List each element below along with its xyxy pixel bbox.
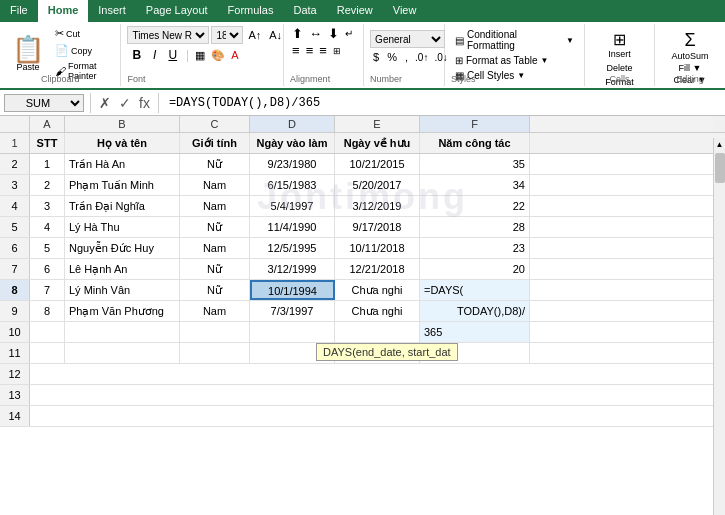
cell-b[interactable]: Lê Hạnh An (65, 259, 180, 279)
cell-a[interactable]: 7 (30, 280, 65, 300)
scroll-up-button[interactable]: ▲ (714, 138, 725, 151)
confirm-formula-icon[interactable]: ✓ (117, 95, 133, 111)
cell-d[interactable]: 11/4/1990 (250, 217, 335, 237)
cell[interactable]: STT (30, 133, 65, 153)
cell-e[interactable]: Chưa nghi (335, 280, 420, 300)
conditional-formatting-button[interactable]: ▤ Conditional Formatting ▼ (451, 28, 578, 52)
align-top-button[interactable]: ⬆ (290, 26, 305, 41)
cell-e[interactable] (335, 322, 420, 342)
cell-e[interactable]: 10/11/2018 (335, 238, 420, 258)
cell-a[interactable]: 5 (30, 238, 65, 258)
cell-f[interactable]: 20 (420, 259, 530, 279)
format-as-table-button[interactable]: ⊞ Format as Table ▼ (451, 54, 578, 67)
cell-d[interactable]: 6/15/1983 (250, 175, 335, 195)
copy-button[interactable]: 📄 Copy (52, 43, 112, 58)
insert-button[interactable]: ⊞ Insert (608, 30, 631, 59)
cell-c[interactable]: Nữ (180, 217, 250, 237)
cell-c[interactable]: Nữ (180, 259, 250, 279)
font-name-select[interactable]: Times New R (127, 26, 209, 44)
col-header-f[interactable]: F (420, 116, 530, 132)
tab-view[interactable]: View (383, 0, 427, 22)
tab-review[interactable]: Review (327, 0, 383, 22)
cell-c[interactable] (180, 343, 250, 363)
col-header-d[interactable]: D (250, 116, 335, 132)
merge-center-button[interactable]: ⊞ (331, 46, 343, 56)
cell-b[interactable]: Trần Hà An (65, 154, 180, 174)
align-center-button[interactable]: ≡ (304, 43, 316, 58)
cell-b[interactable] (65, 322, 180, 342)
cell-d[interactable]: 5/4/1997 (250, 196, 335, 216)
align-bottom-button[interactable]: ⬇ (326, 26, 341, 41)
cell-a[interactable]: 8 (30, 301, 65, 321)
cell-e[interactable]: Chưa nghi (335, 301, 420, 321)
cell-a[interactable]: 1 (30, 154, 65, 174)
cell-d[interactable]: 7/3/1997 (250, 301, 335, 321)
cell-a[interactable]: 2 (30, 175, 65, 195)
cell-a[interactable]: 4 (30, 217, 65, 237)
cell-d[interactable]: 12/5/1995 (250, 238, 335, 258)
cell-d[interactable] (250, 322, 335, 342)
align-right-button[interactable]: ≡ (317, 43, 329, 58)
font-size-select[interactable]: 18 (211, 26, 243, 44)
underline-button[interactable]: U (163, 46, 182, 64)
italic-button[interactable]: I (148, 46, 161, 64)
col-header-a[interactable]: A (30, 116, 65, 132)
number-format-select[interactable]: General (370, 30, 445, 48)
tab-file[interactable]: File (0, 0, 38, 22)
decrease-font-button[interactable]: A↓ (266, 28, 285, 42)
increase-decimal-button[interactable]: .0↑ (413, 52, 430, 63)
cell[interactable]: Giới tính (180, 133, 250, 153)
cell-d[interactable]: 9/23/1980 (250, 154, 335, 174)
cell-a[interactable]: 6 (30, 259, 65, 279)
increase-font-button[interactable]: A↑ (245, 28, 264, 42)
cell-c[interactable]: Nam (180, 196, 250, 216)
cell-e[interactable]: 5/20/2017 (335, 175, 420, 195)
percent-button[interactable]: % (384, 50, 400, 64)
cut-button[interactable]: ✂ Cut (52, 26, 112, 41)
font-color-button[interactable]: A (229, 49, 240, 61)
cell-c[interactable]: Nam (180, 175, 250, 195)
comma-button[interactable]: , (402, 50, 411, 64)
cell-b[interactable]: Lý Hà Thu (65, 217, 180, 237)
cell-f[interactable]: 35 (420, 154, 530, 174)
name-box[interactable]: SUM (4, 94, 84, 112)
cell[interactable]: Ngày vào làm (250, 133, 335, 153)
cell-d-selected[interactable]: 10/1/1994 (250, 280, 335, 300)
fill-button[interactable]: Fill ▼ (679, 63, 702, 73)
cell-b[interactable] (65, 343, 180, 363)
cell-d[interactable]: 3/12/1999 (250, 259, 335, 279)
cell-b[interactable]: Nguyễn Đức Huy (65, 238, 180, 258)
cell-f[interactable]: 22 (420, 196, 530, 216)
cell-a[interactable] (30, 343, 65, 363)
delete-button[interactable]: Delete (606, 63, 632, 73)
cell-b[interactable]: Phạm Tuấn Minh (65, 175, 180, 195)
cell-c[interactable]: Nữ (180, 280, 250, 300)
col-header-e[interactable]: E (335, 116, 420, 132)
cell-c[interactable]: Nữ (180, 154, 250, 174)
cell-f[interactable]: TODAY(),D8)/ (420, 301, 530, 321)
cell-c[interactable]: Nam (180, 301, 250, 321)
cell-b[interactable]: Phạm Văn Phương (65, 301, 180, 321)
paste-button[interactable]: 📋 Paste (8, 34, 48, 74)
cell[interactable]: Năm công tác (420, 133, 530, 153)
tab-data[interactable]: Data (283, 0, 326, 22)
scroll-thumb[interactable] (715, 153, 725, 183)
tab-home[interactable]: Home (38, 0, 89, 22)
currency-button[interactable]: $ (370, 50, 382, 64)
cell-e[interactable]: 3/12/2019 (335, 196, 420, 216)
cancel-formula-icon[interactable]: ✗ (97, 95, 113, 111)
autosum-button[interactable]: Σ AutoSum (671, 30, 708, 61)
cell-c[interactable] (180, 322, 250, 342)
cell-b[interactable]: Lý Minh Vân (65, 280, 180, 300)
col-header-b[interactable]: B (65, 116, 180, 132)
cell-a[interactable] (30, 322, 65, 342)
cell-f[interactable]: 365 (420, 322, 530, 342)
border-button[interactable]: ▦ (193, 49, 207, 62)
cell-e[interactable]: 10/21/2015 (335, 154, 420, 174)
tab-pagelayout[interactable]: Page Layout (136, 0, 218, 22)
cell-e[interactable]: 9/17/2018 (335, 217, 420, 237)
insert-function-icon[interactable]: fx (137, 95, 152, 111)
cell[interactable]: Ngày về hưu (335, 133, 420, 153)
cell-c[interactable]: Nam (180, 238, 250, 258)
vertical-scrollbar[interactable]: ▲ (713, 138, 725, 515)
